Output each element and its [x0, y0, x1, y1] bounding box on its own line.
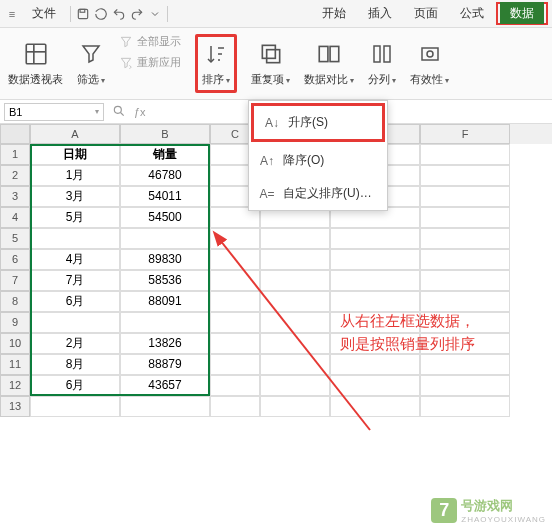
- save-icon[interactable]: [75, 6, 91, 22]
- cell[interactable]: [260, 228, 330, 249]
- menu-insert[interactable]: 插入: [358, 1, 402, 26]
- redo-icon[interactable]: [129, 6, 145, 22]
- cell[interactable]: [210, 270, 260, 291]
- cell[interactable]: 13826: [120, 333, 210, 354]
- row-header[interactable]: 9: [0, 312, 30, 333]
- cell[interactable]: [420, 249, 510, 270]
- cell[interactable]: [420, 186, 510, 207]
- cell[interactable]: [30, 312, 120, 333]
- cell[interactable]: [330, 270, 420, 291]
- cell[interactable]: [260, 312, 330, 333]
- cell[interactable]: 54011: [120, 186, 210, 207]
- menu-data[interactable]: 数据: [500, 2, 544, 24]
- cell[interactable]: 3月: [30, 186, 120, 207]
- cell[interactable]: [210, 396, 260, 417]
- cell[interactable]: 销量: [120, 144, 210, 165]
- row-header[interactable]: 12: [0, 375, 30, 396]
- cell[interactable]: 6月: [30, 291, 120, 312]
- filter-button[interactable]: 筛选▾: [77, 34, 105, 93]
- row-header[interactable]: 4: [0, 207, 30, 228]
- cell[interactable]: [210, 291, 260, 312]
- row-header[interactable]: 8: [0, 291, 30, 312]
- row-header[interactable]: 13: [0, 396, 30, 417]
- row-header[interactable]: 5: [0, 228, 30, 249]
- menu-formula[interactable]: 公式: [450, 1, 494, 26]
- fx-icon[interactable]: ƒx: [134, 106, 146, 118]
- cell[interactable]: 88879: [120, 354, 210, 375]
- cell[interactable]: [420, 270, 510, 291]
- row-header[interactable]: 7: [0, 270, 30, 291]
- cell[interactable]: [260, 291, 330, 312]
- cell[interactable]: [210, 228, 260, 249]
- dropdown-icon[interactable]: [147, 6, 163, 22]
- cell[interactable]: 8月: [30, 354, 120, 375]
- row-header[interactable]: 2: [0, 165, 30, 186]
- cell[interactable]: [330, 354, 420, 375]
- dup-button[interactable]: 重复项▾: [251, 34, 290, 93]
- col-header[interactable]: F: [420, 124, 510, 144]
- cell[interactable]: 54500: [120, 207, 210, 228]
- cell[interactable]: 6月: [30, 375, 120, 396]
- cell[interactable]: [330, 375, 420, 396]
- cell[interactable]: 日期: [30, 144, 120, 165]
- menu-start[interactable]: 开始: [312, 1, 356, 26]
- show-all-item[interactable]: 全部显示: [119, 34, 181, 49]
- sort-button[interactable]: 排序▾: [195, 34, 237, 93]
- name-box[interactable]: B1 ▾: [4, 103, 104, 121]
- cell[interactable]: [210, 333, 260, 354]
- row-header[interactable]: 10: [0, 333, 30, 354]
- cell[interactable]: 43657: [120, 375, 210, 396]
- cell[interactable]: [420, 354, 510, 375]
- search-icon[interactable]: [112, 104, 126, 120]
- cell[interactable]: [210, 312, 260, 333]
- pivot-button[interactable]: 数据透视表: [8, 34, 63, 93]
- cell[interactable]: [420, 291, 510, 312]
- cell[interactable]: [260, 396, 330, 417]
- row-header[interactable]: 3: [0, 186, 30, 207]
- cell[interactable]: [210, 249, 260, 270]
- cell[interactable]: [30, 396, 120, 417]
- cell[interactable]: 88091: [120, 291, 210, 312]
- cell[interactable]: [210, 354, 260, 375]
- cell[interactable]: [420, 165, 510, 186]
- split-button[interactable]: 分列▾: [368, 34, 396, 93]
- cell[interactable]: [260, 333, 330, 354]
- cell[interactable]: [260, 270, 330, 291]
- cell[interactable]: [260, 375, 330, 396]
- select-all-corner[interactable]: [0, 124, 30, 144]
- cell[interactable]: [420, 228, 510, 249]
- cell[interactable]: 4月: [30, 249, 120, 270]
- cell[interactable]: [420, 396, 510, 417]
- cell[interactable]: [120, 396, 210, 417]
- cell[interactable]: 46780: [120, 165, 210, 186]
- cell[interactable]: [30, 228, 120, 249]
- cell[interactable]: [420, 144, 510, 165]
- cell[interactable]: [330, 396, 420, 417]
- cell[interactable]: 89830: [120, 249, 210, 270]
- cell[interactable]: [420, 375, 510, 396]
- sort-asc-item[interactable]: A↓ 升序(S): [254, 106, 382, 139]
- undo-icon[interactable]: [111, 6, 127, 22]
- cell[interactable]: [420, 207, 510, 228]
- cell[interactable]: [210, 375, 260, 396]
- cell[interactable]: [330, 249, 420, 270]
- cell[interactable]: [260, 354, 330, 375]
- row-header[interactable]: 6: [0, 249, 30, 270]
- col-header[interactable]: B: [120, 124, 210, 144]
- cell[interactable]: [120, 312, 210, 333]
- sort-custom-item[interactable]: A= 自定义排序(U)…: [249, 177, 387, 210]
- compare-button[interactable]: 数据对比▾: [304, 34, 354, 93]
- col-header[interactable]: A: [30, 124, 120, 144]
- menu-file[interactable]: 文件: [22, 1, 66, 26]
- cell[interactable]: [120, 228, 210, 249]
- menu-page[interactable]: 页面: [404, 1, 448, 26]
- reapply-item[interactable]: 重新应用: [119, 55, 181, 70]
- cell[interactable]: [260, 249, 330, 270]
- cell[interactable]: 58536: [120, 270, 210, 291]
- valid-button[interactable]: 有效性▾: [410, 34, 449, 93]
- cell[interactable]: 7月: [30, 270, 120, 291]
- row-header[interactable]: 11: [0, 354, 30, 375]
- sort-desc-item[interactable]: A↑ 降序(O): [249, 144, 387, 177]
- cell[interactable]: 1月: [30, 165, 120, 186]
- cell[interactable]: [330, 291, 420, 312]
